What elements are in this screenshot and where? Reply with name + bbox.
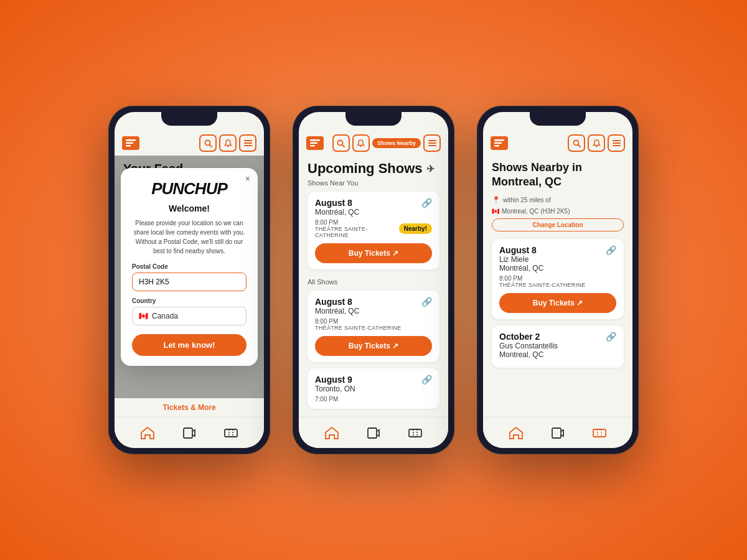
notification-icon-1 — [224, 139, 232, 147]
svg-rect-8 — [184, 428, 192, 438]
hamburger-icon-2 — [428, 140, 436, 146]
ticket-nav-btn-3[interactable] — [588, 422, 611, 444]
app-header-3 — [483, 131, 632, 156]
search-btn-3[interactable] — [568, 134, 585, 152]
svg-rect-30 — [613, 142, 621, 144]
link-icon-all-1[interactable]: 🔗 — [421, 297, 432, 307]
show-time-nearby: 8:00 PM — [315, 219, 399, 226]
welcome-modal: × PUNCHUP Welcome! Please provide your l… — [121, 168, 258, 366]
svg-rect-17 — [428, 140, 436, 141]
modal-overlay: × PUNCHUP Welcome! Please provide your l… — [115, 156, 264, 398]
all-show-time-1: 8:00 PM — [315, 318, 432, 325]
all-show-date-2: August 9 — [315, 375, 355, 385]
svg-rect-24 — [494, 139, 504, 141]
svg-rect-9 — [225, 429, 237, 437]
app-header-1 — [115, 131, 264, 156]
shows-nearby-pill-2[interactable]: Shows Nearby — [372, 138, 421, 148]
video-nav-btn-2[interactable] — [362, 422, 385, 444]
search-btn-1[interactable] — [199, 134, 217, 152]
notification-icon-3 — [593, 139, 601, 147]
within-text: within 25 miles of — [503, 197, 551, 203]
show-location-nearby: Montréal, QC — [315, 208, 359, 217]
show-card-nearby: August 8 Montréal, QC 🔗 8:00 PM THÉÂTRE … — [308, 192, 439, 269]
menu-btn-1[interactable] — [239, 134, 256, 152]
menu-icon-2 — [310, 139, 320, 147]
svg-rect-0 — [126, 139, 136, 141]
video-nav-btn-1[interactable] — [178, 422, 200, 444]
notification-btn-3[interactable] — [588, 134, 605, 152]
change-location-btn[interactable]: Change Location — [492, 218, 624, 231]
pin-icon-3: 📍 — [492, 196, 500, 204]
link-icon-all-2[interactable]: 🔗 — [421, 375, 432, 385]
postal-code-label: Postal Code — [132, 263, 247, 270]
all-show-location-2: Toronto, ON — [315, 385, 355, 393]
location-icon-2: ✈ — [426, 163, 435, 175]
phones-container: Your Feed × PUNCHUP Welcome! Please prov… — [108, 106, 639, 454]
menu-btn-2[interactable] — [423, 134, 441, 152]
ticket-nav-btn-1[interactable] — [220, 422, 242, 444]
svg-rect-18 — [428, 142, 436, 144]
phone-3-screen: Shows Nearby in Montreal, QC 📍 within 25… — [483, 112, 632, 448]
search-icon-2 — [337, 139, 345, 147]
section2-label: All Shows — [308, 276, 439, 288]
search-icon-1 — [204, 139, 212, 147]
modal-close-btn[interactable]: × — [245, 174, 250, 183]
feed-screen: Your Feed × PUNCHUP Welcome! Please prov… — [115, 156, 264, 398]
home-icon-3 — [509, 427, 523, 439]
svg-rect-2 — [126, 145, 131, 147]
svg-line-28 — [578, 144, 580, 147]
phone-3: Shows Nearby in Montreal, QC 📍 within 25… — [477, 106, 639, 454]
app-header-2: Shows Nearby — [299, 131, 448, 156]
nearby-show-card-1: August 8 Liz Miele Montréal, QC 🔗 8:00 P… — [492, 239, 624, 319]
phone-1: Your Feed × PUNCHUP Welcome! Please prov… — [108, 106, 270, 454]
ticket-nav-btn-2[interactable] — [404, 422, 426, 444]
home-icon-1 — [141, 427, 154, 439]
notification-btn-1[interactable] — [219, 134, 237, 152]
notch-2 — [345, 112, 402, 126]
canada-flag-icon: 🇨🇦 — [139, 312, 148, 320]
all-show-venue-1: THÉÂTRE SAINTE-CATHERINE — [315, 325, 432, 331]
svg-rect-25 — [494, 142, 502, 144]
buy-tickets-btn-nearby[interactable]: Buy Tickets ↗ — [315, 243, 432, 263]
tickets-more-link-1[interactable]: Tickets & More — [115, 398, 264, 417]
link-icon-nearby-1[interactable]: 🔗 — [606, 245, 616, 255]
video-nav-btn-3[interactable] — [547, 422, 569, 444]
svg-rect-19 — [428, 145, 436, 146]
location-detail-row: 🇨🇦 Montreal, QC (H3H 2K5) — [492, 208, 624, 215]
link-icon-nearby-2[interactable]: 🔗 — [606, 332, 616, 342]
nearby-show-location-2: Montreal, QC — [499, 350, 558, 359]
notification-btn-2[interactable] — [352, 134, 370, 152]
menu-icon-1 — [126, 139, 136, 147]
postal-code-input[interactable] — [132, 273, 247, 291]
buy-tickets-btn-all-1[interactable]: Buy Tickets ↗ — [315, 336, 432, 356]
home-nav-btn-1[interactable] — [136, 422, 159, 444]
show-card-all-1: August 8 Montréal, QC 🔗 8:00 PM THÉÂTRE … — [308, 291, 439, 362]
ticket-icon-1 — [224, 427, 238, 439]
buy-tickets-btn-nearby-1[interactable]: Buy Tickets ↗ — [499, 293, 616, 313]
svg-line-4 — [209, 144, 212, 147]
bottom-nav-3 — [483, 417, 632, 448]
nearby-show-time-1: 8:00 PM — [499, 275, 616, 282]
home-nav-btn-3[interactable] — [505, 422, 527, 444]
svg-rect-29 — [613, 140, 621, 141]
home-nav-btn-2[interactable] — [321, 422, 343, 444]
search-btn-2[interactable] — [332, 134, 350, 152]
modal-brand: PUNCHUP — [132, 179, 247, 198]
link-icon-nearby[interactable]: 🔗 — [421, 198, 432, 208]
logo-icon-1 — [122, 136, 139, 150]
svg-rect-33 — [593, 429, 606, 437]
country-select[interactable]: 🇨🇦 Canada — [132, 307, 247, 325]
section1-label: Shows Near You — [308, 179, 439, 187]
all-show-date-1: August 8 — [315, 297, 359, 307]
video-icon-3 — [552, 427, 564, 439]
svg-rect-1 — [126, 142, 133, 144]
video-icon-2 — [367, 427, 380, 439]
ticket-icon-2 — [408, 427, 422, 439]
menu-btn-3[interactable] — [608, 134, 625, 152]
bottom-nav-2 — [299, 417, 448, 448]
let-me-know-btn[interactable]: Let me know! — [132, 334, 247, 356]
svg-rect-7 — [244, 145, 252, 146]
shows-main-title: Upcoming Shows ✈ — [308, 161, 439, 177]
svg-line-16 — [342, 144, 345, 147]
svg-rect-31 — [613, 145, 621, 146]
